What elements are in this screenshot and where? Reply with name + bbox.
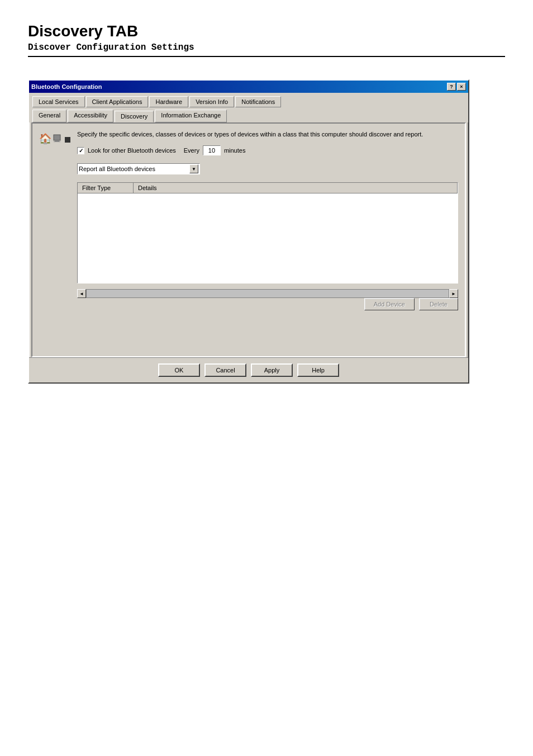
help-button[interactable]: ?: [447, 83, 456, 91]
content-area: 🏠 Sp: [39, 130, 458, 316]
title-bar-buttons: ? ×: [447, 83, 466, 91]
scroll-right-button[interactable]: ►: [449, 289, 458, 298]
black-square-icon: [65, 137, 70, 143]
table-body: [78, 193, 458, 283]
table-header: Filter Type Details: [78, 183, 458, 193]
svg-rect-2: [54, 141, 60, 142]
tab-row-1: Local Services Client Applications Hardw…: [32, 96, 465, 107]
filter-table: Filter Type Details: [77, 182, 458, 284]
tab-information-exchange[interactable]: Information Exchange: [155, 110, 227, 122]
every-label: Every: [184, 147, 199, 154]
close-button[interactable]: ×: [457, 83, 466, 91]
checkbox-row: Look for other Bluetooth devices Every m…: [77, 145, 458, 155]
look-for-devices-checkbox[interactable]: [77, 147, 84, 154]
horizontal-scrollbar[interactable]: ◄ ►: [77, 289, 458, 298]
scroll-track[interactable]: [86, 289, 449, 298]
action-buttons-row: Add Device Delete: [77, 298, 458, 310]
svg-rect-0: [54, 135, 60, 140]
page-title: Discovery TAB: [28, 22, 505, 40]
description-text: Specify the specific devices, classes of…: [77, 130, 458, 139]
icons-column: 🏠: [39, 130, 70, 145]
cancel-button[interactable]: Cancel: [204, 363, 246, 377]
dialog-window: Bluetooth Configuration ? × Local Servic…: [28, 79, 469, 384]
tab-local-services[interactable]: Local Services: [32, 96, 85, 107]
tab-client-applications[interactable]: Client Applications: [86, 96, 149, 107]
help-footer-button[interactable]: Help: [297, 363, 339, 377]
delete-button[interactable]: Delete: [419, 298, 458, 310]
apply-button[interactable]: Apply: [251, 363, 293, 377]
filter-type-header: Filter Type: [78, 183, 134, 193]
minutes-label: minutes: [224, 147, 246, 154]
add-device-button[interactable]: Add Device: [364, 298, 415, 310]
tab-version-info[interactable]: Version Info: [189, 96, 234, 107]
svg-rect-1: [55, 140, 59, 141]
page-subtitle: Discover Configuration Settings: [28, 42, 505, 57]
house-icon: 🏠: [39, 133, 51, 145]
tab-general[interactable]: General: [32, 110, 66, 122]
bluetooth-device-icon: [53, 133, 64, 145]
details-header: Details: [134, 183, 458, 193]
dropdown-container: Report all Bluetooth devices ▼: [77, 163, 458, 174]
dialog-title: Bluetooth Configuration: [31, 83, 102, 90]
minutes-input[interactable]: [203, 145, 221, 155]
tab-bar: Local Services Client Applications Hardw…: [29, 93, 468, 122]
tab-content: 🏠 Sp: [31, 122, 466, 357]
tab-accessibility[interactable]: Accessibility: [68, 110, 113, 122]
report-dropdown[interactable]: Report all Bluetooth devices ▼: [77, 163, 200, 174]
dialog-footer: OK Cancel Apply Help: [29, 357, 468, 382]
dropdown-value: Report all Bluetooth devices: [79, 166, 155, 172]
checkbox-label: Look for other Bluetooth devices: [88, 147, 176, 154]
ok-button[interactable]: OK: [158, 363, 200, 377]
scroll-left-button[interactable]: ◄: [77, 289, 86, 298]
title-bar: Bluetooth Configuration ? ×: [29, 81, 468, 93]
dropdown-arrow-icon: ▼: [189, 164, 198, 173]
tab-hardware[interactable]: Hardware: [149, 96, 188, 107]
tab-discovery[interactable]: Discovery: [115, 111, 154, 122]
main-content: Specify the specific devices, classes of…: [77, 130, 458, 316]
tab-row-2: General Accessibility Discovery Informat…: [32, 110, 465, 122]
tab-notifications[interactable]: Notifications: [235, 96, 281, 107]
